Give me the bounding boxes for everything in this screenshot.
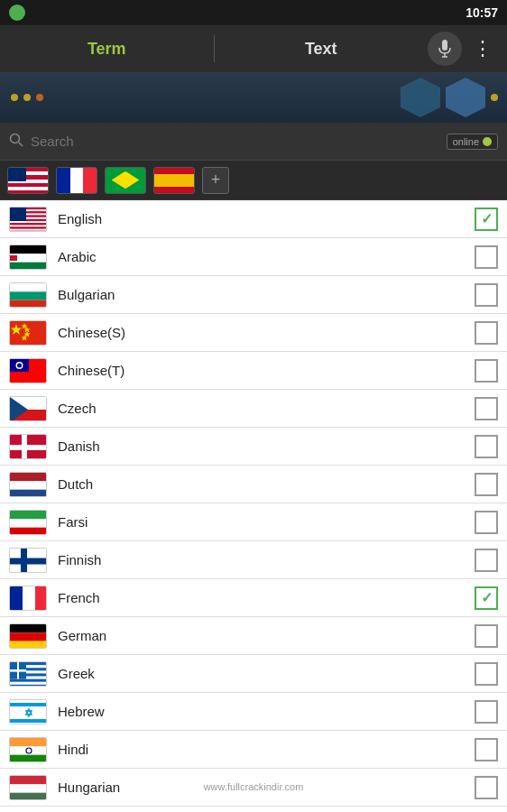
svg-rect-13 bbox=[10, 221, 47, 223]
status-icon bbox=[9, 5, 25, 21]
svg-rect-52 bbox=[10, 586, 23, 611]
flag-fr[interactable] bbox=[56, 167, 97, 194]
flag-de bbox=[9, 623, 47, 649]
lang-name-czech: Czech bbox=[58, 401, 475, 416]
lang-checkbox-farsi[interactable] bbox=[475, 511, 498, 534]
flag-fr bbox=[9, 586, 47, 611]
svg-rect-15 bbox=[10, 225, 47, 226]
lang-checkbox-french[interactable]: ✓ bbox=[475, 586, 498, 610]
svg-rect-67 bbox=[10, 703, 47, 706]
flag-hu bbox=[9, 775, 47, 800]
svg-rect-17 bbox=[10, 228, 47, 230]
svg-rect-20 bbox=[10, 245, 47, 254]
tab-icons: ⋮ bbox=[428, 32, 507, 66]
svg-rect-54 bbox=[35, 586, 47, 611]
flag-dk bbox=[9, 434, 47, 459]
add-flag-button[interactable]: + bbox=[202, 167, 229, 194]
lang-checkbox-english[interactable]: ✓ bbox=[475, 208, 498, 231]
lang-item-english[interactable]: English✓ bbox=[0, 200, 507, 238]
lang-checkbox-chinese-s[interactable] bbox=[475, 321, 498, 345]
lang-name-danish: Danish bbox=[58, 438, 475, 454]
flag-es[interactable] bbox=[153, 167, 195, 194]
flag-il bbox=[9, 699, 47, 724]
svg-rect-55 bbox=[10, 624, 47, 632]
lang-item-finnish[interactable]: Finnish bbox=[0, 541, 507, 579]
lang-item-arabic[interactable]: Arabic bbox=[0, 238, 507, 276]
search-icon bbox=[9, 133, 23, 151]
svg-rect-14 bbox=[10, 223, 47, 225]
online-badge: online bbox=[447, 134, 498, 150]
lang-checkbox-danish[interactable] bbox=[475, 435, 498, 458]
svg-rect-43 bbox=[10, 473, 47, 481]
hex-dot-2 bbox=[23, 94, 31, 101]
lang-checkbox-hindi[interactable] bbox=[475, 738, 498, 761]
svg-rect-0 bbox=[442, 40, 447, 51]
lang-item-chinese-t[interactable]: Chinese(T) bbox=[0, 352, 507, 390]
svg-rect-25 bbox=[10, 291, 47, 300]
svg-rect-45 bbox=[10, 489, 47, 496]
svg-rect-23 bbox=[10, 255, 17, 261]
more-button[interactable]: ⋮ bbox=[469, 33, 496, 64]
search-input[interactable] bbox=[31, 134, 439, 149]
flag-bg bbox=[9, 282, 47, 308]
svg-rect-51 bbox=[10, 558, 47, 564]
lang-checkbox-finnish[interactable] bbox=[475, 549, 498, 572]
lang-item-german[interactable]: German bbox=[0, 617, 507, 655]
tab-bar: Term Text ⋮ bbox=[0, 25, 507, 72]
lang-name-french: French bbox=[58, 590, 475, 605]
flag-fi bbox=[9, 548, 47, 573]
status-bar: 10:57 bbox=[0, 0, 507, 25]
flag-us[interactable] bbox=[7, 167, 49, 194]
flag-br[interactable] bbox=[105, 167, 146, 194]
svg-rect-71 bbox=[10, 738, 47, 746]
lang-checkbox-chinese-t[interactable] bbox=[475, 359, 498, 383]
lang-checkbox-dutch[interactable] bbox=[475, 473, 498, 496]
hex-dot-1 bbox=[11, 94, 18, 101]
svg-rect-65 bbox=[10, 669, 26, 672]
lang-checkbox-hebrew[interactable] bbox=[475, 700, 498, 724]
svg-rect-18 bbox=[10, 230, 47, 231]
lang-checkbox-hungarian[interactable] bbox=[475, 776, 498, 799]
svg-rect-73 bbox=[10, 754, 47, 761]
flag-bar: + bbox=[0, 161, 507, 200]
checkmark-icon: ✓ bbox=[481, 210, 493, 227]
lang-item-french[interactable]: French✓ bbox=[0, 579, 507, 617]
lang-checkbox-bulgarian[interactable] bbox=[475, 283, 498, 307]
lang-item-hindi[interactable]: Hindi bbox=[0, 731, 507, 769]
tab-text[interactable]: Text bbox=[215, 25, 429, 72]
lang-item-chinese-s[interactable]: Chinese(S) bbox=[0, 314, 507, 352]
lang-item-italian[interactable]: Italian bbox=[0, 807, 507, 812]
lang-checkbox-arabic[interactable] bbox=[475, 245, 498, 269]
lang-item-danish[interactable]: Danish bbox=[0, 428, 507, 466]
lang-item-farsi[interactable]: Farsi bbox=[0, 503, 507, 541]
lang-item-czech[interactable]: Czech bbox=[0, 390, 507, 428]
lang-name-arabic: Arabic bbox=[58, 249, 475, 264]
lang-checkbox-czech[interactable] bbox=[475, 397, 498, 420]
flag-ir bbox=[9, 510, 47, 535]
lang-item-bulgarian[interactable]: Bulgarian bbox=[0, 276, 507, 314]
checkmark-icon: ✓ bbox=[481, 589, 493, 606]
svg-rect-76 bbox=[10, 784, 47, 792]
status-left bbox=[9, 5, 25, 21]
lang-name-english: English bbox=[58, 211, 475, 226]
flag-cz bbox=[9, 396, 47, 421]
svg-rect-16 bbox=[10, 226, 47, 228]
svg-rect-48 bbox=[10, 527, 47, 534]
lang-checkbox-german[interactable] bbox=[475, 624, 498, 648]
svg-rect-22 bbox=[10, 262, 47, 269]
lang-item-dutch[interactable]: Dutch bbox=[0, 466, 507, 503]
svg-rect-24 bbox=[10, 283, 47, 291]
lang-item-greek[interactable]: Greek bbox=[0, 655, 507, 693]
lang-item-hebrew[interactable]: Hebrew bbox=[0, 693, 507, 731]
svg-rect-62 bbox=[10, 681, 47, 684]
flag-gr bbox=[9, 661, 47, 687]
online-indicator bbox=[483, 137, 492, 146]
mic-icon bbox=[437, 39, 453, 59]
tab-term[interactable]: Term bbox=[0, 25, 214, 72]
svg-rect-57 bbox=[10, 641, 47, 648]
lang-item-hungarian[interactable]: Hungarian bbox=[0, 769, 507, 807]
mic-button[interactable] bbox=[428, 32, 462, 66]
lang-checkbox-greek[interactable] bbox=[475, 662, 498, 686]
lang-name-chinese-t: Chinese(T) bbox=[58, 363, 475, 378]
lang-name-hindi: Hindi bbox=[58, 742, 475, 757]
